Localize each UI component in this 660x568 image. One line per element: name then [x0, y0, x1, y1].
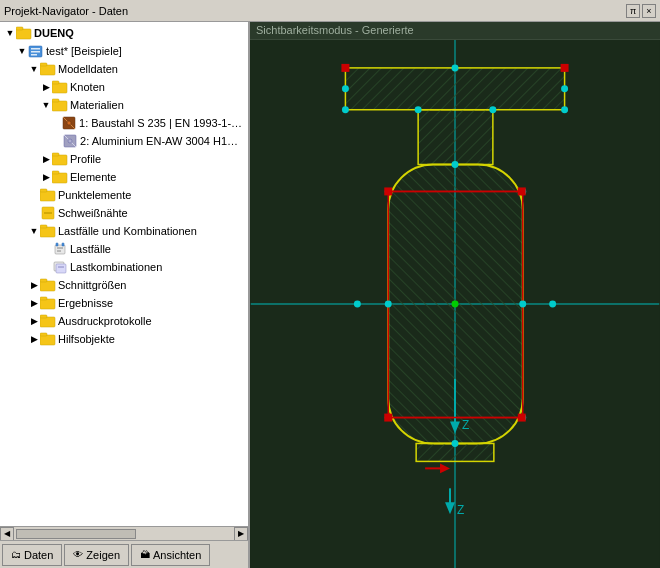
tab-daten-label: Daten [24, 549, 53, 561]
tree-label: Punktelemente [58, 189, 131, 201]
svg-point-61 [561, 106, 568, 113]
tree-label: Lastfälle und Kombinationen [58, 225, 197, 237]
tree-item-materialien[interactable]: ▼ Materialien [2, 96, 246, 114]
scroll-thumb[interactable] [16, 529, 136, 539]
toggle-icon[interactable]: ▶ [28, 297, 40, 309]
toggle-icon[interactable]: ▶ [28, 315, 40, 327]
tab-zeigen[interactable]: 👁 Zeigen [64, 544, 129, 566]
viewport-canvas[interactable]: Z Z [250, 40, 660, 568]
tree-item-punktelemente[interactable]: Punktelemente [2, 186, 246, 204]
tab-daten[interactable]: 🗂 Daten [2, 544, 62, 566]
toggle-icon[interactable]: ▶ [40, 81, 52, 93]
folder-icon [40, 187, 56, 203]
bottom-tabs: 🗂 Daten 👁 Zeigen 🏔 Ansichten [0, 540, 248, 568]
toggle-icon[interactable]: ▶ [28, 333, 40, 345]
tree-label: 2: Aluminium EN-AW 3004 H14 | E [80, 135, 244, 147]
tree-item-elemente[interactable]: ▶ Elemente [2, 168, 246, 186]
svg-rect-25 [40, 225, 47, 228]
svg-point-15 [68, 139, 72, 143]
tree-item-modelldaten[interactable]: ▼ Modelldaten [2, 60, 246, 78]
title-bar: Projekt-Navigator - Daten π × [0, 0, 660, 22]
toggle-icon[interactable]: ▼ [28, 225, 40, 237]
toggle-icon[interactable]: ▼ [4, 27, 16, 39]
pin-button[interactable]: π [626, 4, 640, 18]
tree-item-mat2[interactable]: 2: Aluminium EN-AW 3004 H14 | E [2, 132, 246, 150]
svg-rect-34 [40, 281, 55, 291]
svg-rect-10 [52, 101, 67, 111]
toggle-icon[interactable]: ▼ [28, 63, 40, 75]
svg-rect-38 [40, 317, 55, 327]
tree-label: Schweißnähte [58, 207, 128, 219]
tree-label: Ergebnisse [58, 297, 113, 309]
toggle-icon[interactable]: ▶ [40, 171, 52, 183]
tree-area[interactable]: ▼ DUENQ ▼ [0, 22, 248, 526]
svg-rect-36 [40, 299, 55, 309]
item-icon [52, 259, 68, 275]
main-area: ▼ DUENQ ▼ [0, 22, 660, 568]
svg-rect-4 [31, 51, 40, 53]
svg-point-56 [342, 85, 349, 92]
svg-point-57 [561, 85, 568, 92]
tree-label: Ausdruckprotokolle [58, 315, 152, 327]
daten-icon: 🗂 [11, 549, 21, 560]
toggle-icon[interactable]: ▼ [16, 45, 28, 57]
svg-rect-9 [52, 81, 59, 84]
tree-label: Profile [70, 153, 101, 165]
svg-text:Z: Z [457, 503, 464, 517]
tree-item-schnittgroessen[interactable]: ▶ Schnittgrößen [2, 276, 246, 294]
svg-text:Z: Z [462, 418, 469, 432]
svg-rect-19 [52, 171, 59, 174]
tree-label: Schnittgrößen [58, 279, 126, 291]
svg-rect-39 [40, 315, 47, 318]
svg-rect-21 [40, 189, 47, 192]
svg-rect-26 [55, 245, 65, 254]
tree-item-hilfsobjekte[interactable]: ▶ Hilfsobjekte [2, 330, 246, 348]
tree-item-profile[interactable]: ▶ Profile [2, 150, 246, 168]
tree-label: Lastfälle [70, 243, 111, 255]
tab-ansichten-label: Ansichten [153, 549, 201, 561]
svg-rect-7 [40, 63, 47, 66]
material-icon [61, 115, 77, 131]
tree-item-ergebnisse[interactable]: ▶ Ergebnisse [2, 294, 246, 312]
toggle-icon[interactable]: ▶ [40, 153, 52, 165]
toggle-icon[interactable]: ▼ [40, 99, 52, 111]
svg-rect-16 [52, 155, 67, 165]
svg-rect-24 [40, 227, 55, 237]
svg-rect-40 [40, 335, 55, 345]
scrollbar[interactable]: ◀ ▶ [0, 526, 248, 540]
svg-rect-35 [40, 279, 47, 282]
svg-rect-3 [31, 48, 40, 50]
tree-item-lastfaelle[interactable]: Lastfälle [2, 240, 246, 258]
scroll-right-btn[interactable]: ▶ [234, 527, 248, 541]
svg-point-80 [549, 301, 556, 308]
svg-rect-30 [62, 243, 64, 246]
tree-item-test[interactable]: ▼ test* [Beispiele] [2, 42, 246, 60]
tree-item-mat1[interactable]: 1: Baustahl S 235 | EN 1993-1-1:20 [2, 114, 246, 132]
tree-item-duenq[interactable]: ▼ DUENQ [2, 24, 246, 42]
svg-rect-5 [31, 54, 37, 56]
folder-icon [40, 277, 56, 293]
folder-icon [52, 79, 68, 95]
tree-item-lastfaelle-header[interactable]: ▼ Lastfälle und Kombinationen [2, 222, 246, 240]
close-button[interactable]: × [642, 4, 656, 18]
tree-item-schweissnaehte[interactable]: Schweißnähte [2, 204, 246, 222]
svg-point-69 [385, 301, 392, 308]
tree-label: Materialien [70, 99, 124, 111]
tree-label: DUENQ [34, 27, 74, 39]
folder-icon [40, 61, 56, 77]
viewport-title: Sichtbarkeitsmodus - Generierte [250, 22, 660, 40]
scroll-left-btn[interactable]: ◀ [0, 527, 14, 541]
folder-icon [52, 169, 68, 185]
tab-ansichten[interactable]: 🏔 Ansichten [131, 544, 210, 566]
tree-item-knoten[interactable]: ▶ Knoten [2, 78, 246, 96]
svg-point-73 [452, 161, 459, 168]
svg-rect-47 [345, 68, 564, 110]
svg-point-70 [519, 301, 526, 308]
svg-rect-17 [52, 153, 59, 156]
title-bar-left: Projekt-Navigator - Daten [4, 5, 128, 17]
tree-item-ausdruckprotokolle[interactable]: ▶ Ausdruckprotokolle [2, 312, 246, 330]
tab-zeigen-label: Zeigen [86, 549, 120, 561]
project-icon [28, 43, 44, 59]
toggle-icon[interactable]: ▶ [28, 279, 40, 291]
tree-item-lastkomb[interactable]: Lastkombinationen [2, 258, 246, 276]
